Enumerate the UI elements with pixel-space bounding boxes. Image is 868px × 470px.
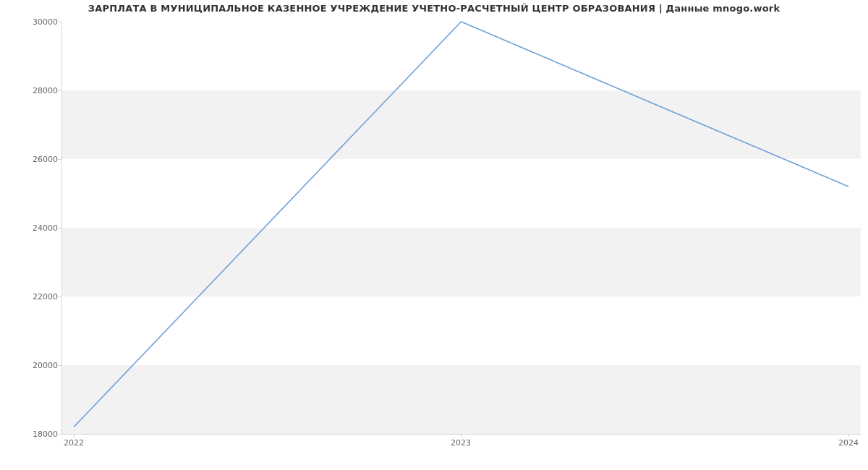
salary-line-chart: ЗАРПЛАТА В МУНИЦИПАЛЬНОЕ КАЗЕННОЕ УЧРЕЖД… (0, 0, 868, 470)
salary-series-line (74, 22, 848, 427)
x-tick-mark (848, 434, 849, 437)
chart-title: ЗАРПЛАТА В МУНИЦИПАЛЬНОЕ КАЗЕННОЕ УЧРЕЖД… (0, 3, 868, 14)
y-tick-mark (58, 434, 61, 435)
y-tick-label: 24000 (7, 223, 58, 233)
x-tick-label: 2024 (838, 438, 859, 448)
y-tick-label: 18000 (7, 430, 58, 439)
y-tick-label: 20000 (7, 361, 58, 370)
x-tick-label: 2022 (64, 438, 84, 448)
x-tick-mark (74, 434, 75, 437)
x-tick-mark (461, 434, 461, 437)
series-line-layer (61, 22, 861, 434)
x-tick-label: 2023 (451, 438, 471, 448)
y-tick-label: 30000 (7, 17, 58, 27)
y-tick-label: 22000 (7, 292, 58, 302)
y-tick-label: 28000 (7, 86, 58, 95)
y-tick-label: 26000 (7, 155, 58, 164)
plot-area (61, 22, 861, 434)
